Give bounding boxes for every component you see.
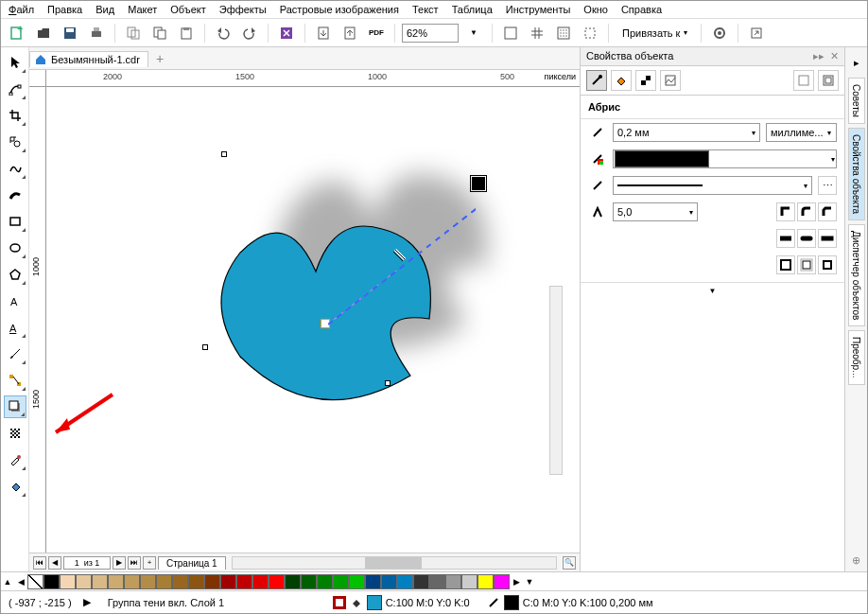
docker-object-manager[interactable]: Диспетчер объектов (848, 224, 865, 326)
page-next[interactable]: ▶ (113, 556, 126, 570)
palette-swatch[interactable] (252, 574, 269, 589)
pos-center[interactable] (797, 255, 816, 274)
palette-left[interactable]: ◀ (14, 574, 27, 589)
copy-button[interactable] (148, 22, 171, 44)
options-button[interactable] (708, 22, 731, 44)
tab-bitmap[interactable] (660, 70, 681, 91)
paste-button[interactable] (175, 22, 198, 44)
guides-button[interactable] (579, 22, 601, 44)
palette-swatch[interactable] (381, 574, 397, 589)
pos-inside[interactable] (818, 255, 837, 274)
cut-button[interactable] (122, 22, 145, 44)
tab-misc1[interactable] (793, 70, 814, 91)
freehand-tool[interactable] (4, 157, 26, 180)
crop-tool[interactable] (4, 104, 26, 127)
pdf-button[interactable]: PDF (365, 22, 388, 44)
pos-outside[interactable] (776, 255, 795, 274)
corner-round[interactable] (797, 202, 816, 221)
print-button[interactable] (85, 22, 108, 44)
status-outline[interactable]: C:0 M:0 Y:0 K:100 0,200 мм (487, 595, 653, 610)
selection-handle[interactable] (221, 151, 227, 157)
snap-dropdown[interactable]: Привязать к▾ (616, 25, 694, 42)
line-more-button[interactable]: ⋯ (818, 176, 837, 195)
palette-swatch[interactable] (333, 574, 349, 589)
document-tab[interactable]: Безымянный-1.cdr (29, 51, 148, 67)
shadow-target-handle[interactable] (472, 177, 485, 190)
palette-swatch[interactable] (172, 574, 188, 589)
palette-down[interactable]: ▼ (523, 574, 536, 589)
palette-up[interactable]: ▲ (1, 574, 14, 589)
grid-button[interactable] (526, 22, 548, 44)
palette-swatch[interactable] (188, 574, 204, 589)
docker-expand[interactable]: ▸ (845, 51, 868, 74)
page-add[interactable]: + (143, 556, 156, 570)
menu-window[interactable]: Окно (583, 4, 608, 15)
status-fill[interactable]: C:100 M:0 Y:0 K:0 (333, 595, 470, 610)
fullscreen-button[interactable] (499, 22, 522, 44)
dimension-tool[interactable] (4, 342, 26, 365)
grid2-button[interactable] (552, 22, 575, 44)
shape-tool[interactable] (4, 78, 26, 100)
menu-file[interactable]: Файл (9, 4, 34, 15)
docker-tips[interactable]: Советы (848, 78, 865, 124)
export-button[interactable] (339, 22, 361, 44)
palette-swatch[interactable] (349, 574, 365, 589)
ruler-vertical[interactable]: 1000 1500 (29, 87, 46, 553)
menu-view[interactable]: Вид (95, 4, 114, 15)
outline-units-select[interactable]: миллиме...▾ (766, 123, 837, 142)
zoom-level-input[interactable] (402, 24, 459, 43)
palette-swatch[interactable] (445, 574, 461, 589)
palette-swatch[interactable] (92, 574, 108, 589)
cap-flat[interactable] (776, 229, 795, 248)
ellipse-tool[interactable] (4, 237, 26, 259)
palette-swatch[interactable] (140, 574, 156, 589)
drop-shadow-tool[interactable] (4, 395, 26, 418)
connector-tool[interactable] (4, 369, 26, 392)
palette-swatch[interactable] (429, 574, 445, 589)
open-button[interactable] (32, 22, 55, 44)
transparency-tool[interactable] (4, 422, 26, 445)
new-button[interactable]: + (6, 22, 28, 44)
page-prev[interactable]: ◀ (48, 556, 61, 570)
page-number-field[interactable] (63, 556, 111, 570)
corner-miter[interactable] (776, 202, 795, 221)
palette-swatch[interactable] (124, 574, 140, 589)
cap-square[interactable] (818, 229, 837, 248)
palette-swatch[interactable] (269, 574, 285, 589)
palette-swatch[interactable] (494, 574, 510, 589)
palette-swatch[interactable] (236, 574, 252, 589)
palette-swatch[interactable] (285, 574, 301, 589)
search-button[interactable] (275, 22, 298, 44)
line-style-select[interactable]: ▾ (613, 176, 812, 195)
palette-swatch[interactable] (477, 574, 494, 589)
docker-add[interactable]: ⊕ (845, 549, 868, 571)
table-tool[interactable]: A (4, 316, 26, 339)
palette-swatch[interactable] (204, 574, 220, 589)
docker-transform[interactable]: Преобр... (848, 330, 865, 385)
tab-misc2[interactable] (818, 70, 839, 91)
ruler-origin[interactable] (29, 70, 46, 87)
palette-right[interactable]: ▶ (510, 574, 523, 589)
docker-object-properties[interactable]: Свойства объекта (848, 128, 865, 220)
selection-handle[interactable] (385, 380, 391, 386)
menu-text[interactable]: Текст (412, 4, 439, 15)
tab-outline[interactable] (586, 70, 607, 91)
palette-no-color[interactable] (27, 574, 43, 589)
palette-swatch[interactable] (108, 574, 124, 589)
artistic-media-tool[interactable] (4, 184, 26, 206)
menu-table[interactable]: Таблица (452, 4, 493, 15)
fill-tool[interactable] (4, 475, 26, 498)
zoom-dropdown[interactable]: ▼ (462, 22, 485, 44)
panel-close[interactable]: ✕ (830, 50, 839, 62)
zoom-tool[interactable] (4, 131, 26, 153)
menu-effects[interactable]: Эффекты (219, 4, 267, 15)
palette-swatch[interactable] (317, 574, 333, 589)
menu-help[interactable]: Справка (621, 4, 662, 15)
object-shape[interactable] (193, 186, 477, 432)
menu-edit[interactable]: Правка (47, 4, 82, 15)
corner-bevel[interactable] (818, 202, 837, 221)
launch-button[interactable] (745, 22, 768, 44)
expand-section[interactable]: ▼ (709, 287, 717, 295)
import-button[interactable] (312, 22, 335, 44)
page-last[interactable]: ⏭ (128, 556, 141, 570)
